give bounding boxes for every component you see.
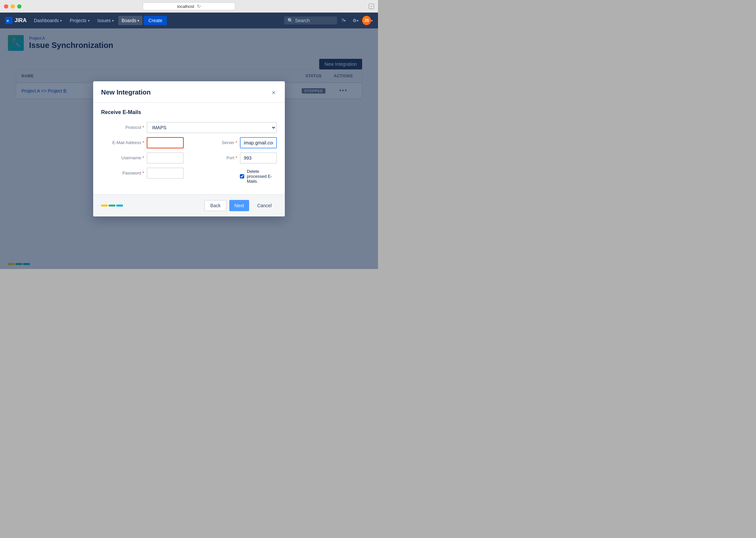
username-input[interactable]	[147, 152, 184, 164]
username-label: Username *	[101, 155, 144, 160]
jira-logo[interactable]: ✕ JIRA	[5, 17, 26, 24]
avatar-chevron: ▾	[371, 19, 373, 23]
help-button[interactable]: ? ▾	[338, 15, 349, 26]
port-input[interactable]	[240, 152, 277, 164]
modal-progress-2	[109, 204, 115, 206]
nav-issues[interactable]: Issues ▾	[94, 16, 117, 25]
dashboards-chevron: ▾	[60, 19, 62, 23]
modal-overlay: New Integration × Receive E-Mails Protoc…	[0, 28, 378, 269]
modal-close-button[interactable]: ×	[270, 88, 277, 97]
modal-body: Receive E-Mails Protocol * IMAPS IMAP PO…	[93, 103, 285, 194]
projects-chevron: ▾	[88, 19, 89, 23]
expand-button[interactable]: +	[369, 4, 374, 9]
email-input-cell	[147, 137, 184, 148]
traffic-lights	[4, 4, 22, 9]
back-button[interactable]: Back	[204, 200, 227, 211]
nav-projects[interactable]: Projects ▾	[67, 16, 93, 25]
modal-title: New Integration	[101, 88, 151, 96]
form-right-col: Server * Port *	[194, 137, 277, 188]
protocol-label: Protocol *	[101, 125, 144, 130]
port-label: Port *	[194, 155, 237, 160]
settings-button[interactable]: ⚙ ▾	[350, 15, 361, 26]
fullscreen-traffic-light[interactable]	[17, 4, 22, 9]
email-input[interactable]	[147, 137, 184, 148]
email-row: E-Mail Address *	[101, 137, 184, 148]
password-row: Password *	[101, 168, 184, 179]
server-required-star: *	[235, 140, 237, 145]
protocol-row: Protocol * IMAPS IMAP POP3 POP3S	[101, 122, 277, 133]
close-traffic-light[interactable]	[4, 4, 8, 9]
footer-actions: Back Next Cancel	[204, 200, 277, 211]
port-required-star: *	[235, 155, 237, 160]
username-required-star: *	[142, 155, 144, 160]
server-row: Server *	[194, 137, 277, 148]
email-label: E-Mail Address *	[101, 140, 144, 145]
refresh-icon[interactable]: ↻	[197, 4, 201, 9]
delete-label[interactable]: Delete processed E-Mails.	[247, 169, 277, 184]
form-two-col: E-Mail Address * Username *	[101, 137, 277, 188]
port-input-cell	[240, 152, 277, 164]
email-required-star: *	[142, 140, 144, 145]
boards-chevron: ▾	[137, 19, 139, 23]
modal-footer: Back Next Cancel	[93, 194, 285, 216]
footer-progress	[101, 204, 123, 206]
user-avatar: JS	[362, 16, 371, 25]
modal-progress-3	[116, 204, 123, 206]
delete-checkbox-row: Delete processed E-Mails.	[240, 169, 277, 184]
svg-text:✕: ✕	[6, 19, 9, 23]
server-input-cell	[240, 137, 277, 148]
form-left-col: E-Mail Address * Username *	[101, 137, 184, 188]
cancel-button[interactable]: Cancel	[252, 200, 277, 211]
delete-checkbox[interactable]	[240, 174, 244, 179]
section-title: Receive E-Mails	[101, 109, 277, 115]
titlebar: localhost ↻ +	[0, 0, 378, 13]
server-input[interactable]	[240, 137, 277, 148]
avatar-button[interactable]: JS ▾	[362, 15, 373, 26]
protocol-required-star: *	[142, 125, 144, 130]
protocol-select[interactable]: IMAPS IMAP POP3 POP3S	[147, 122, 277, 133]
search-bar[interactable]: 🔍 Search	[284, 17, 337, 25]
nav-dashboards[interactable]: Dashboards ▾	[30, 16, 65, 25]
modal-header: New Integration ×	[93, 81, 285, 103]
jira-icon: ✕	[5, 17, 13, 24]
username-row: Username *	[101, 152, 184, 164]
protocol-input-cell: IMAPS IMAP POP3 POP3S	[147, 122, 277, 133]
create-button[interactable]: Create	[144, 16, 167, 25]
delete-row: Delete processed E-Mails.	[194, 168, 277, 184]
logo-text: JIRA	[15, 18, 26, 24]
page-content: 🔧 Project A Issue Synchronization New In…	[0, 28, 378, 269]
issues-chevron: ▾	[112, 19, 114, 23]
password-required-star: *	[142, 171, 144, 176]
help-chevron: ▾	[344, 19, 346, 23]
nav-boards[interactable]: Boards ▾	[118, 16, 142, 25]
navbar: ✕ JIRA Dashboards ▾ Projects ▾ Issues ▾ …	[0, 13, 378, 28]
next-button[interactable]: Next	[229, 200, 249, 211]
password-input-cell	[147, 168, 184, 179]
password-input[interactable]	[147, 168, 184, 179]
port-row: Port *	[194, 152, 277, 164]
settings-chevron: ▾	[357, 19, 359, 23]
username-input-cell	[147, 152, 184, 164]
search-icon: 🔍	[287, 18, 293, 23]
password-label: Password *	[101, 171, 144, 176]
address-text: localhost	[177, 4, 194, 9]
address-bar[interactable]: localhost ↻	[143, 2, 235, 10]
new-integration-modal: New Integration × Receive E-Mails Protoc…	[93, 81, 285, 216]
minimize-traffic-light[interactable]	[11, 4, 15, 9]
modal-progress-1	[101, 204, 108, 206]
modal-progress-bar	[101, 204, 123, 206]
server-label: Server *	[194, 140, 237, 145]
delete-checkbox-cell: Delete processed E-Mails.	[240, 168, 277, 184]
